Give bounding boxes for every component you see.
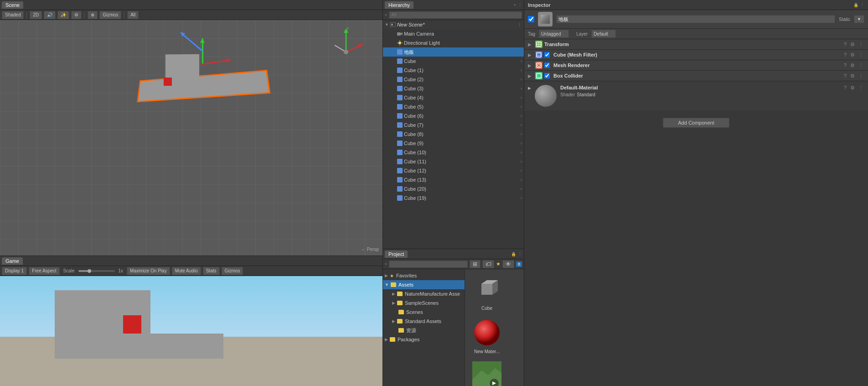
mode-2d-btn[interactable]: 2D <box>30 11 42 19</box>
hierarchy-item-cube-10[interactable]: Cube (10) › <box>383 148 524 157</box>
hierarchy-item-cube-20[interactable]: Cube (20) › <box>383 184 524 193</box>
gizmos-dropdown[interactable]: Gizmos <box>99 11 121 19</box>
material-help-btn[interactable]: ? <box>843 85 847 91</box>
hierarchy-item-cube-12[interactable]: Cube (12) › <box>383 166 524 175</box>
hierarchy-tab[interactable]: Hierarchy <box>385 1 413 9</box>
effects-btn[interactable]: ✨ <box>57 11 69 19</box>
hierarchy-item-cube-11[interactable]: Cube (11) › <box>383 157 524 166</box>
scene-expand-arrow[interactable]: ▼ <box>385 22 389 27</box>
aspect-dropdown[interactable]: Free Aspect <box>29 267 59 275</box>
transform-menu-btn[interactable]: ⋮ <box>858 42 864 47</box>
red-cube-object[interactable] <box>164 78 172 86</box>
transform-tools[interactable]: ⊕ <box>88 11 98 19</box>
mesh-renderer-settings-btn[interactable]: ⚙ <box>849 63 856 68</box>
hierarchy-item-cube-3[interactable]: Cube (3) › <box>383 84 524 93</box>
project-panel: Project 🔒 ⋮ + ⊞ 🏷 ★ 👁 8 ▶ <box>383 249 524 386</box>
object-active-checkbox[interactable] <box>528 16 534 22</box>
sample-scenes-item[interactable]: ▶ SampleScenes <box>383 298 465 308</box>
mesh-filter-settings-btn[interactable]: ⚙ <box>849 52 856 58</box>
project-search-input[interactable] <box>389 261 468 268</box>
gray-box-object[interactable] <box>165 54 199 80</box>
layer-select[interactable]: Default <box>591 30 616 38</box>
transform-settings-btn[interactable]: ⚙ <box>849 42 856 47</box>
hierarchy-item-cube-1[interactable]: Cube (1) › <box>383 66 524 75</box>
display-dropdown[interactable]: Display 1 <box>2 267 27 275</box>
material-menu-btn[interactable]: ⋮ <box>858 85 864 91</box>
hierarchy-item-main-camera[interactable]: Main Camera <box>383 29 524 38</box>
hierarchy-item-cube-9[interactable]: Cube (9) › <box>383 139 524 148</box>
hierarchy-item-floor[interactable]: 地板 <box>383 47 524 57</box>
project-filter-btn[interactable]: ⊞ <box>470 260 480 268</box>
mesh-renderer-checkbox[interactable] <box>544 63 550 68</box>
scene-tab[interactable]: Scene <box>2 1 23 9</box>
hierarchy-more-btn[interactable]: ⋮ <box>518 3 522 7</box>
assets-item[interactable]: ▼ Assets <box>383 280 465 289</box>
packages-item[interactable]: ▶ Packages <box>383 335 465 344</box>
hierarchy-item-cube-2[interactable]: Cube (2) › <box>383 75 524 84</box>
hierarchy-item-cube-4[interactable]: Cube (4) › <box>383 93 524 102</box>
game-tab[interactable]: Game <box>2 257 23 265</box>
hierarchy-item-cube-19[interactable]: Cube (19) › <box>383 193 524 203</box>
project-more-btn[interactable]: ⋮ <box>518 252 522 256</box>
add-component-button[interactable]: Add Component <box>663 118 729 128</box>
scene-options-btn[interactable]: ⚙ <box>71 11 82 19</box>
scale-slider[interactable] <box>78 270 115 272</box>
box-collider-help-btn[interactable]: ? <box>843 73 847 78</box>
static-dropdown-btn[interactable]: ▼ <box>854 15 864 23</box>
inspector-more-btn[interactable]: ⋮ <box>860 3 864 7</box>
hierarchy-item-cube-5[interactable]: Cube (5) › <box>383 102 524 111</box>
scenes-item[interactable]: Scenes <box>383 308 465 317</box>
mesh-renderer-help-btn[interactable]: ? <box>843 63 847 68</box>
transform-component-header[interactable]: ▶ Transform ? ⚙ ⋮ <box>524 39 868 49</box>
project-lock-btn[interactable]: 🔒 <box>511 252 516 256</box>
project-tag-btn[interactable]: 🏷 <box>482 260 494 268</box>
shading-dropdown[interactable]: Shaded <box>2 11 24 19</box>
all-dropdown[interactable]: All <box>127 11 139 19</box>
game-viewport[interactable] <box>0 276 382 386</box>
inspector-lock-btn[interactable]: 🔒 <box>853 3 858 7</box>
hierarchy-item-cube-6[interactable]: Cube (6) › <box>383 111 524 120</box>
nature-manufacture-item[interactable]: ▶ NatureManufacture Asse <box>383 289 465 298</box>
box-collider-settings-btn[interactable]: ⚙ <box>849 73 856 79</box>
asset-cube[interactable]: Cube <box>469 273 505 313</box>
hierarchy-item-cube-13[interactable]: Cube (13) › <box>383 175 524 184</box>
stats-btn[interactable]: Stats <box>203 267 220 275</box>
audio-btn[interactable]: 🔊 <box>44 11 56 19</box>
box-collider-menu-btn[interactable]: ⋮ <box>858 73 864 79</box>
assets-expand-icon: ▼ <box>385 282 389 287</box>
project-tab[interactable]: Project <box>385 250 408 258</box>
mesh-filter-component-header[interactable]: ▶ Cube (Mesh Filter) ? ⚙ ⋮ <box>524 50 868 60</box>
hierarchy-item-cube-7[interactable]: Cube (7) › <box>383 120 524 130</box>
game-gizmos-btn[interactable]: Gizmos <box>222 267 243 275</box>
mesh-filter-help-btn[interactable]: ? <box>843 52 847 57</box>
cube11-icon <box>397 158 403 165</box>
standard-assets-item[interactable]: ▶ Standard Assets <box>383 317 465 326</box>
box-collider-checkbox[interactable] <box>544 73 550 78</box>
transform-help-btn[interactable]: ? <box>843 42 847 47</box>
hierarchy-item-directional-light[interactable]: Directional Light <box>383 38 524 47</box>
hierarchy-item-cube-8[interactable]: Cube (8) › <box>383 130 524 139</box>
mesh-filter-checkbox[interactable] <box>544 52 550 57</box>
project-add-btn[interactable]: + <box>385 262 387 266</box>
maximize-btn[interactable]: Maximize On Play <box>127 267 170 275</box>
platform-object[interactable] <box>137 70 270 102</box>
mute-btn[interactable]: Mute Audio <box>172 267 201 275</box>
hierarchy-item-cube[interactable]: Cube › <box>383 57 524 66</box>
favorites-item[interactable]: ▶ ★ Favorites <box>383 271 465 280</box>
project-eye-btn[interactable]: 👁 <box>502 260 514 268</box>
mesh-filter-menu-btn[interactable]: ⋮ <box>858 52 864 58</box>
tag-select[interactable]: Untagged <box>539 30 569 38</box>
asset-material[interactable]: New Mater... <box>469 316 505 356</box>
asset-terrain[interactable] <box>469 360 505 386</box>
box-collider-component-header[interactable]: ▶ Box Collider ? ⚙ ⋮ <box>524 71 868 81</box>
hierarchy-search-input[interactable] <box>389 11 522 19</box>
material-settings-btn[interactable]: ⚙ <box>849 85 856 91</box>
resources-item[interactable]: 资源 <box>383 326 465 335</box>
object-name-input[interactable] <box>556 15 835 23</box>
hierarchy-add-btn[interactable]: + <box>514 3 516 7</box>
hierarchy-plus-btn[interactable]: + <box>385 13 387 17</box>
scene-viewport[interactable]: y x ← Persp <box>0 20 382 256</box>
mesh-renderer-menu-btn[interactable]: ⋮ <box>858 63 864 68</box>
mesh-renderer-component-header[interactable]: ▶ Mesh Renderer ? ⚙ ⋮ <box>524 60 868 70</box>
scene-options-btn[interactable]: ⋮ <box>517 22 522 28</box>
